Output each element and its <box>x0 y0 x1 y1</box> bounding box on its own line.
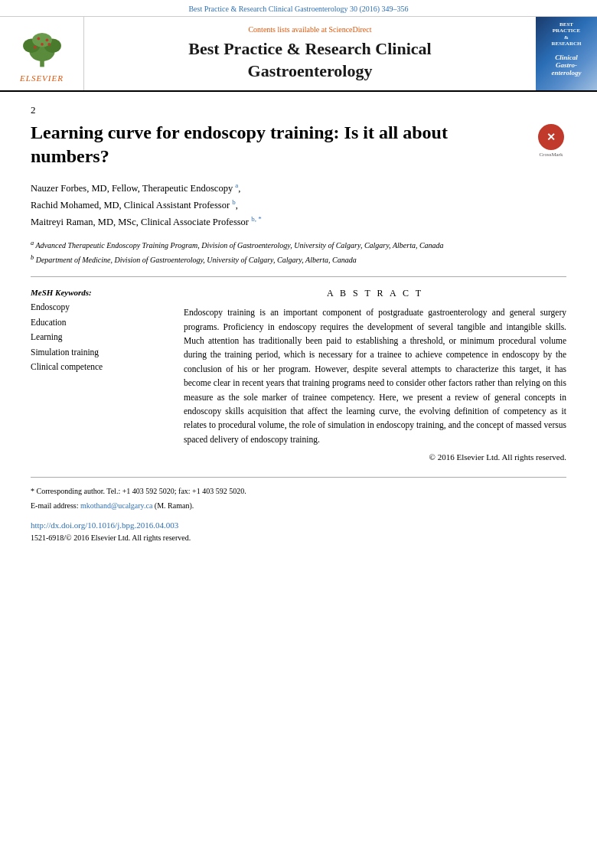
journal-cover-thumbnail: BESTPRACTICE&RESEARCH ClinicalGastro-ent… <box>536 17 597 90</box>
author-2: Rachid Mohamed, MD, Clinical Assistant P… <box>31 200 238 210</box>
crossmark-label: CrossMark <box>539 152 563 158</box>
abstract-copyright: © 2016 Elsevier Ltd. All rights reserved… <box>184 452 566 462</box>
article-number: 2 <box>31 104 566 116</box>
section-divider-1 <box>31 276 566 277</box>
keyword-5: Clinical competence <box>31 360 168 375</box>
journal-title-area: Contents lists available at ScienceDirec… <box>84 17 536 90</box>
sciencedirect-notice: Contents lists available at ScienceDirec… <box>248 25 371 34</box>
abstract-text: Endoscopy training is an important compo… <box>184 305 566 446</box>
svg-point-6 <box>47 43 51 46</box>
svg-point-5 <box>33 46 36 49</box>
svg-point-9 <box>45 38 48 41</box>
journal-header-bar: Best Practice & Research Clinical Gastro… <box>0 0 597 17</box>
sciencedirect-prefix: Contents lists available at <box>248 25 328 34</box>
author-3: Maitreyi Raman, MD, MSc, Clinical Associ… <box>31 217 262 227</box>
keyword-1: Endoscopy <box>31 300 168 315</box>
email-suffix: (M. Raman). <box>152 501 194 510</box>
journal-name-line1: Best Practice & Research Clinical <box>188 39 431 58</box>
footer-divider <box>31 477 566 478</box>
affiliation-a: a Advanced Therapeutic Endoscopy Trainin… <box>31 239 566 251</box>
keyword-3: Learning <box>31 330 168 345</box>
sciencedirect-name: ScienceDirect <box>328 25 371 34</box>
article-title: Learning curve for endoscopy training: I… <box>31 121 536 168</box>
authors-list: Nauzer Forbes, MD, Fellow, Therapeutic E… <box>31 179 566 230</box>
keywords-title: MeSH Keywords: <box>31 288 168 297</box>
issn-line: 1521-6918/© 2016 Elsevier Ltd. All right… <box>31 534 566 542</box>
cover-abbr: ClinicalGastro-enterology <box>552 54 582 77</box>
elsevier-tree-icon <box>15 24 69 70</box>
svg-point-8 <box>37 38 40 41</box>
author-1: Nauzer Forbes, MD, Fellow, Therapeutic E… <box>31 183 240 194</box>
journal-name-line2: Gastroenterology <box>248 61 373 80</box>
footnotes: * Corresponding author. Tel.: +1 403 592… <box>31 485 566 519</box>
journal-citation: Best Practice & Research Clinical Gastro… <box>188 5 408 13</box>
doi-line: http://dx.doi.org/10.1016/j.bpg.2016.04.… <box>31 519 566 531</box>
journal-header: ELSEVIER Contents lists available at Sci… <box>0 17 597 92</box>
journal-full-name: Best Practice & Research Clinical Gastro… <box>188 38 431 82</box>
keyword-4: Simulation training <box>31 345 168 361</box>
footnote-email-line: E-mail address: mkothand@ucalgary.ca (M.… <box>31 500 566 512</box>
elsevier-logo: ELSEVIER <box>0 17 84 90</box>
crossmark-icon: ✕ <box>538 124 564 150</box>
keyword-2: Education <box>31 315 168 331</box>
email-prefix: E-mail address: <box>31 501 80 510</box>
abstract-title: A B S T R A C T <box>184 288 566 299</box>
email-link[interactable]: mkothand@ucalgary.ca <box>80 501 152 510</box>
doi-link[interactable]: http://dx.doi.org/10.1016/j.bpg.2016.04.… <box>31 520 178 530</box>
keywords-column: MeSH Keywords: Endoscopy Education Learn… <box>31 288 168 462</box>
article-title-row: Learning curve for endoscopy training: I… <box>31 121 566 168</box>
elsevier-brand-text: ELSEVIER <box>20 73 64 83</box>
cover-best-text: BESTPRACTICE&RESEARCH <box>552 21 582 47</box>
abstract-column: A B S T R A C T Endoscopy training is an… <box>184 288 566 462</box>
affiliations: a Advanced Therapeutic Endoscopy Trainin… <box>31 239 566 266</box>
crossmark-badge: ✕ CrossMark <box>536 124 566 158</box>
footnote-corresponding: * Corresponding author. Tel.: +1 403 592… <box>31 485 566 498</box>
keywords-abstract-section: MeSH Keywords: Endoscopy Education Learn… <box>31 288 566 462</box>
svg-point-7 <box>41 43 44 46</box>
main-content: 2 Learning curve for endoscopy training:… <box>0 92 597 557</box>
affiliation-b: b Department of Medicine, Division of Ga… <box>31 253 566 266</box>
